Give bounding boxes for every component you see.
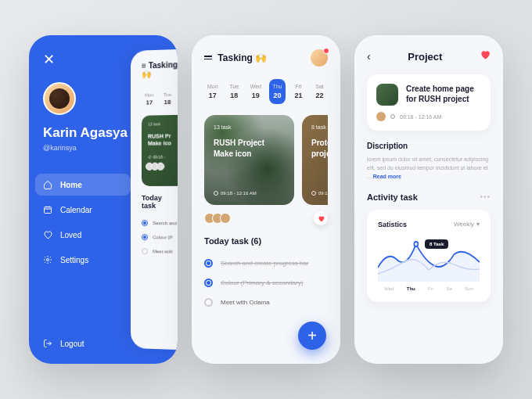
screen-home: Tasking 🙌 Mon17 Tue18 Wed19 Thu20 Fri21 …	[192, 35, 340, 364]
chart-x-axis: Wed Thu Fri Sa Sun	[378, 286, 480, 291]
project-thumbnail	[376, 84, 398, 106]
task-card[interactable]: 8 task Prototype new project 09:13 - 11	[302, 115, 328, 205]
assignee-avatar[interactable]	[220, 213, 231, 224]
drawer-panel: ✕ Karin Agasya @karinsya Home Calendar L…	[29, 35, 131, 364]
task-count: 8 task	[311, 124, 328, 130]
peek-task-card: 13 task RUSH PrMake ico ⏱ 09:18 -	[142, 114, 178, 186]
favorite-button[interactable]	[314, 211, 328, 225]
peek-calendar: Mon17 Tue18	[142, 89, 178, 110]
todo-item[interactable]: Search and create progress bar	[204, 253, 328, 273]
today-task-heading: Today task (6)	[204, 236, 328, 246]
radio-icon[interactable]	[204, 298, 213, 307]
day-fri[interactable]: Fri21	[290, 79, 307, 104]
todo-label: Meet with Odama	[221, 299, 270, 306]
chart-tooltip: 8 Task	[425, 239, 448, 249]
task-title: Prototype new project	[311, 138, 328, 159]
todo-item[interactable]: Meet with Odama	[204, 293, 328, 312]
user-handle: @karinsya	[43, 144, 131, 152]
todo-label: Search and create progress bar	[221, 260, 309, 267]
activity-title: Activity task	[367, 192, 418, 202]
day-sat[interactable]: Sat22	[311, 79, 328, 104]
more-icon[interactable]: •••	[480, 192, 491, 201]
screen-project: ‹ Project Create home page for RUSH proj…	[354, 35, 503, 364]
activity-chart: 8 Task	[378, 235, 480, 282]
avatar[interactable]	[311, 49, 328, 66]
task-time: 09:18 - 12:16 AM	[214, 191, 285, 196]
todo-label: Colour (Primary & secondary)	[221, 279, 303, 286]
task-cards-row: 13 task RUSH Project Make icon 09:18 - 1…	[204, 115, 328, 205]
nav-label: Home	[60, 181, 82, 189]
nav-calendar[interactable]: Calendar	[35, 199, 131, 221]
assignee-avatar	[376, 112, 386, 121]
todo-item[interactable]: Colour (Primary & secondary)	[204, 273, 328, 293]
nav-label: Settings	[60, 256, 88, 264]
home-icon	[43, 180, 52, 189]
hamburger-icon[interactable]	[204, 54, 212, 61]
clock-icon	[390, 114, 395, 119]
favorite-icon[interactable]	[480, 49, 491, 63]
nav-settings[interactable]: Settings	[35, 249, 131, 271]
nav-logout[interactable]: Logout	[43, 339, 131, 348]
chart-title: Satistics	[378, 221, 407, 228]
peek-today-label: Today task	[142, 194, 178, 210]
day-picker: Mon17 Tue18 Wed19 Thu20 Fri21 Sat22	[204, 79, 328, 104]
task-card[interactable]: 13 task RUSH Project Make icon 09:18 - 1…	[204, 115, 294, 205]
add-button[interactable]: +	[298, 322, 326, 350]
project-header: ‹ Project	[367, 49, 491, 63]
page-title: Project	[408, 51, 442, 63]
app-title: Tasking 🙌	[204, 52, 267, 63]
svg-point-1	[47, 259, 49, 261]
screen-drawer: ✕ Karin Agasya @karinsya Home Calendar L…	[29, 35, 178, 364]
close-icon[interactable]: ✕	[43, 51, 131, 68]
assignee-row	[204, 211, 328, 225]
task-time: 09:13 - 11	[311, 191, 328, 196]
description-text: lorem ipsum dolor sit amet, consectetur …	[367, 155, 491, 182]
clock-icon	[311, 191, 316, 196]
radio-icon[interactable]	[204, 259, 213, 268]
nav-loved[interactable]: Loved	[35, 224, 131, 246]
svg-point-2	[414, 242, 418, 246]
description-label: Discription	[367, 142, 491, 150]
task-title: RUSH Project Make icon	[214, 138, 285, 159]
nav-label: Calendar	[60, 206, 92, 214]
peek-title: ≡ Tasking 🙌	[142, 60, 178, 78]
avatar[interactable]	[43, 82, 76, 115]
project-card: Create home page for RUSH project 09:18 …	[367, 74, 491, 131]
gear-icon	[43, 255, 52, 264]
nav-label: Logout	[60, 340, 84, 348]
day-tue[interactable]: Tue18	[226, 79, 243, 104]
radio-icon[interactable]	[204, 279, 213, 287]
nav-home[interactable]: Home	[35, 174, 131, 196]
task-count: 13 task	[214, 124, 285, 130]
chevron-down-icon: ▾	[476, 221, 480, 228]
svg-rect-0	[45, 207, 52, 214]
logout-icon	[43, 339, 52, 348]
heart-icon	[43, 230, 52, 239]
day-mon[interactable]: Mon17	[204, 79, 221, 104]
statistics-card: Satistics Weekly ▾ 8 Task Wed Thu Fri Sa…	[367, 210, 491, 302]
day-wed[interactable]: Wed19	[247, 79, 264, 104]
calendar-icon	[43, 205, 52, 214]
user-name: Karin Agasya	[43, 124, 131, 141]
home-header: Tasking 🙌	[204, 49, 328, 66]
period-selector[interactable]: Weekly ▾	[454, 221, 480, 228]
nav-label: Loved	[60, 231, 81, 239]
day-thu[interactable]: Thu20	[269, 79, 286, 104]
clock-icon	[214, 191, 218, 196]
project-title: Create home page for RUSH project	[406, 84, 481, 104]
project-meta: 09:18 - 12:16 AM	[376, 112, 481, 121]
read-more-link[interactable]: Read more	[373, 174, 401, 179]
back-icon[interactable]: ‹	[367, 50, 371, 63]
background-home-peek: ≡ Tasking 🙌 Mon17 Tue18 13 task RUSH PrM…	[131, 49, 178, 350]
